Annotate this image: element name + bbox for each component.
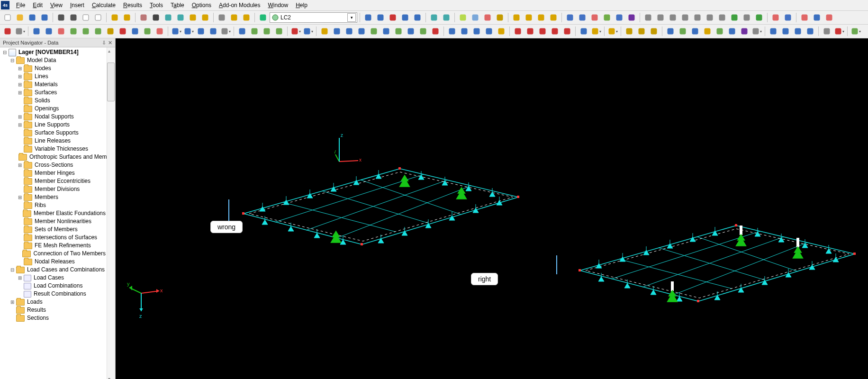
menu-view[interactable]: View <box>46 1 66 9</box>
result-b-icon[interactable] <box>577 12 588 23</box>
opt-c-icon[interactable] <box>667 12 678 23</box>
close-icon[interactable]: ✕ <box>108 40 112 46</box>
redo-icon[interactable] <box>121 12 133 23</box>
globe-icon[interactable] <box>257 12 269 23</box>
tree-member-divisions[interactable]: Member Divisions <box>0 185 107 193</box>
navigator-tree[interactable]: ▴ ▾ ⊟Lager [NOVEMBER14]⊟Model Data⊞Nodes… <box>0 47 115 379</box>
solid-d-icon[interactable] <box>273 26 285 37</box>
opt-e-icon[interactable] <box>692 12 703 23</box>
save-icon[interactable] <box>27 12 38 23</box>
connect-d-icon[interactable] <box>356 26 367 37</box>
menu-window[interactable]: Window <box>264 1 292 9</box>
zoom-extents-icon[interactable] <box>175 12 186 23</box>
opt-f-icon[interactable] <box>704 12 715 23</box>
connect-c-icon[interactable] <box>344 26 355 37</box>
align-a-icon[interactable] <box>512 26 524 37</box>
shape-a-icon[interactable] <box>2 26 13 37</box>
tree-openings[interactable]: Openings <box>0 105 107 113</box>
tool-a-icon[interactable]: ▾ <box>607 26 618 37</box>
bracket-c-icon[interactable] <box>648 26 660 37</box>
snap-f-icon[interactable] <box>92 26 104 37</box>
snap-b-icon[interactable] <box>43 26 54 37</box>
misc2-c-icon[interactable] <box>689 26 701 37</box>
filter-red-icon[interactable] <box>387 12 398 23</box>
collapse-icon[interactable]: ⊟ <box>9 267 15 272</box>
result-e-icon[interactable] <box>614 12 625 23</box>
connect-g-icon[interactable] <box>393 26 404 37</box>
scroll-down-icon[interactable]: ▾ <box>108 376 110 379</box>
tree-lager-november14-[interactable]: ⊟Lager [NOVEMBER14] <box>0 48 107 56</box>
tree-nodal-releases[interactable]: Nodal Releases <box>0 258 107 266</box>
layout-2-icon[interactable] <box>228 12 240 23</box>
palette-icon[interactable]: ▾ <box>850 26 861 37</box>
misc2-h-icon[interactable]: ▾ <box>751 26 762 37</box>
opt-b-icon[interactable] <box>655 12 666 23</box>
open-folder-icon[interactable] <box>14 12 26 23</box>
scrollbar-thumb[interactable] <box>107 63 115 101</box>
solid-c-icon[interactable] <box>261 26 272 37</box>
menu-insert[interactable]: Insert <box>66 1 88 9</box>
tree-orthotropic-surfaces-and-mem[interactable]: Orthotropic Surfaces and Mem <box>0 153 107 161</box>
snap-k-icon[interactable] <box>154 26 165 37</box>
connect-e-icon[interactable] <box>368 26 380 37</box>
expand-icon[interactable]: ⊞ <box>17 162 22 168</box>
arrow-c-icon[interactable] <box>792 26 804 37</box>
menu-edit[interactable]: Edit <box>29 1 46 9</box>
opt-i-icon[interactable] <box>741 12 752 23</box>
nav-first-icon[interactable] <box>362 12 374 23</box>
expand-icon[interactable]: ⊞ <box>17 74 22 79</box>
tree-fe-mesh-refinements[interactable]: FE Mesh Refinements <box>0 242 107 250</box>
tree-intersections-of-surfaces[interactable]: Intersections of Surfaces <box>0 234 107 242</box>
layout-1-icon[interactable] <box>216 12 227 23</box>
tree-model-data[interactable]: ⊟Model Data <box>0 56 107 64</box>
shape-dd-icon[interactable]: ▾ <box>14 26 26 37</box>
expand-icon[interactable]: ⊞ <box>9 299 15 305</box>
print-preview-icon[interactable] <box>68 12 79 23</box>
grid-icon[interactable] <box>821 26 832 37</box>
tree-connection-of-two-members[interactable]: Connection of Two Members <box>0 250 107 258</box>
tree-lines[interactable]: ⊞Lines <box>0 72 107 81</box>
misc2-b-icon[interactable] <box>677 26 688 37</box>
opt-h-icon[interactable] <box>729 12 740 23</box>
snapshot-icon[interactable] <box>199 12 211 23</box>
menu-tools[interactable]: Tools <box>146 1 167 9</box>
tree-load-combinations[interactable]: Load Combinations <box>0 282 107 290</box>
arrow-b-icon[interactable] <box>780 26 791 37</box>
tree-load-cases-and-combinations[interactable]: ⊟Load Cases and Combinations <box>0 266 107 274</box>
bracket-b-icon[interactable] <box>636 26 647 37</box>
expand-icon[interactable]: ⊞ <box>17 90 22 95</box>
expand-icon[interactable]: ⊞ <box>17 114 22 119</box>
nav-last-icon[interactable] <box>412 12 423 23</box>
tree-sets-of-members[interactable]: Sets of Members <box>0 226 107 234</box>
load-case-selector[interactable]: LC2 ▾ <box>270 12 357 23</box>
snap-i-icon[interactable] <box>129 26 141 37</box>
menu-file[interactable]: File <box>12 1 29 9</box>
cursor-icon[interactable] <box>150 12 162 23</box>
page-icon[interactable] <box>80 12 91 23</box>
tree-member-nonlinearities[interactable]: Member Nonlinearities <box>0 217 107 226</box>
opt-d-icon[interactable] <box>679 12 691 23</box>
wand-2-icon[interactable] <box>470 12 481 23</box>
expand-icon[interactable]: ⊞ <box>17 66 22 71</box>
navigator-header[interactable]: Project Navigator - Data ⇩ ✕ <box>0 38 115 47</box>
connect-f-icon[interactable] <box>380 26 392 37</box>
connect-a-icon[interactable] <box>319 26 330 37</box>
pin-icon[interactable]: ⇩ <box>102 40 106 46</box>
view-e-icon[interactable] <box>496 26 507 37</box>
layout-3-icon[interactable] <box>241 12 252 23</box>
member-b-icon[interactable]: ▾ <box>302 26 314 37</box>
bracket-a-icon[interactable] <box>624 26 635 37</box>
filter-results-icon[interactable] <box>441 12 452 23</box>
snap-g-icon[interactable] <box>105 26 116 37</box>
connect-b-icon[interactable] <box>331 26 343 37</box>
snap-e-icon[interactable] <box>80 26 91 37</box>
result-c-icon[interactable] <box>589 12 600 23</box>
menu-results[interactable]: Results <box>119 1 146 9</box>
opt-a-icon[interactable] <box>642 12 654 23</box>
insert-b-icon[interactable]: ▾ <box>183 26 194 37</box>
tree-solids[interactable]: Solids <box>0 97 107 105</box>
tree-loads[interactable]: ⊞Loads <box>0 298 107 306</box>
snap-d-icon[interactable] <box>68 26 79 37</box>
align-b-icon[interactable] <box>524 26 536 37</box>
print-icon[interactable] <box>55 12 67 23</box>
